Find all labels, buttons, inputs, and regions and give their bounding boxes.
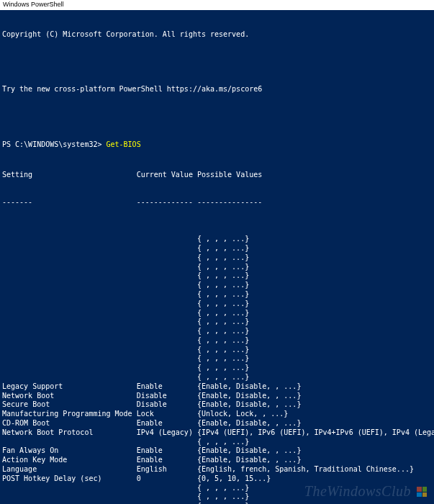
output-row: { , , , ...}: [2, 327, 432, 336]
output-row: Network Boot Disable {Enable, Disable, ,…: [2, 392, 432, 401]
output-rows: { , , , ...} { , , , ...} { , , , ...} {…: [2, 235, 432, 504]
empty-line: [2, 113, 432, 122]
command-text: Get-BIOS: [107, 140, 141, 148]
copyright-line: Copyright (C) Microsoft Corporation. All…: [2, 30, 432, 40]
output-row: { , , , ...}: [2, 290, 432, 300]
output-row: { , , , ...}: [2, 271, 432, 281]
prompt-line-1: PS C:\WINDOWS\system32> Get-BIOS: [2, 140, 432, 150]
output-row: Language English {English, french, Spani…: [2, 465, 432, 474]
output-row: { , , , ...}: [2, 300, 432, 309]
output-row: { , , , ...}: [2, 318, 432, 327]
output-row: { , , , ...}: [2, 235, 432, 244]
terminal-area[interactable]: Copyright (C) Microsoft Corporation. All…: [0, 10, 434, 504]
output-row: { , , , ...}: [2, 309, 432, 318]
output-row: Fan Always On Enable {Enable, Disable, ,…: [2, 446, 432, 456]
output-row: Action Key Mode Enable {Enable, Disable,…: [2, 456, 432, 465]
try-pscore-line: Try the new cross-platform PowerShell ht…: [2, 85, 432, 94]
output-row: { , , , ...}: [2, 354, 432, 364]
output-row: Secure Boot Disable {Enable, Disable, , …: [2, 400, 432, 410]
output-row: { , , , ...}: [2, 336, 432, 346]
output-row: { , , , ...}: [2, 373, 432, 382]
window-title: Windows PowerShell: [3, 1, 64, 8]
output-row: { , , , ...}: [2, 438, 432, 447]
output-row: CD-ROM Boot Enable {Enable, Disable, , .…: [2, 419, 432, 428]
window-titlebar[interactable]: Windows PowerShell: [0, 0, 434, 10]
output-row: { , , , ...}: [2, 253, 432, 263]
empty-line: [2, 58, 432, 67]
output-row: { , , , ...}: [2, 346, 432, 355]
output-row: { , , , ...}: [2, 484, 432, 493]
output-row: Legacy Support Enable {Enable, Disable, …: [2, 382, 432, 392]
column-separator: ------- ------------- ---------------: [2, 198, 432, 207]
output-row: Manufacturing Programming Mode Lock {Unl…: [2, 410, 432, 419]
output-row: { , , , ...}: [2, 263, 432, 272]
output-row: { , , , ...}: [2, 492, 432, 502]
prompt-prefix: PS C:\WINDOWS\system32>: [2, 140, 107, 148]
column-headers: Setting Current Value Possible Values: [2, 171, 432, 180]
output-row: Network Boot Protocol IPv4 (Legacy) {IPv…: [2, 428, 432, 438]
output-row: { , , , ...}: [2, 281, 432, 290]
output-row: { , , , ...}: [2, 244, 432, 253]
output-row: POST Hotkey Delay (sec) 0 {0, 5, 10, 15.…: [2, 474, 432, 484]
output-row: { , , , ...}: [2, 364, 432, 373]
